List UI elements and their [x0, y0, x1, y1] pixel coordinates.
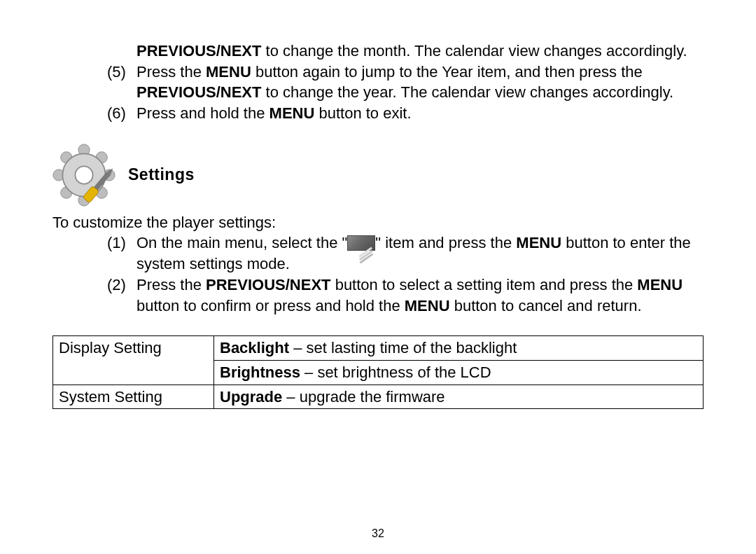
cell-upgrade: Upgrade – upgrade the firmware	[214, 385, 704, 409]
table-row: Display Setting Backlight – set lasting …	[53, 336, 704, 361]
page-number: 32	[0, 526, 756, 541]
cell-backlight: Backlight – set lasting time of the back…	[214, 336, 704, 361]
list-number: (2)	[107, 275, 136, 296]
text: button to confirm or press and hold the	[136, 297, 405, 314]
section-header-settings: Settings	[52, 144, 704, 207]
text: Press the	[136, 276, 206, 293]
text: button to cancel and return.	[450, 297, 642, 314]
text: button again to jump to the Year item, a…	[251, 63, 643, 81]
list-item-6: (6) Press and hold the MENU button to ex…	[107, 103, 704, 124]
text: to change the year. The calendar view ch…	[261, 83, 673, 101]
list-body: On the main menu, select the "" item and…	[136, 233, 704, 274]
text: to change the month. The calendar view c…	[261, 42, 687, 60]
cell-display-setting: Display Setting	[53, 336, 214, 385]
settings-inline-icon	[347, 235, 375, 251]
label-menu: MENU	[516, 234, 561, 251]
continued-paragraph: PREVIOUS/NEXT to change the month. The c…	[136, 41, 704, 62]
text: Press and hold the	[136, 104, 270, 122]
cell-system-setting: System Setting	[53, 385, 214, 409]
svg-point-9	[75, 166, 92, 183]
label-menu: MENU	[270, 104, 315, 122]
list-number: (5)	[107, 62, 136, 83]
label-menu: MENU	[637, 276, 682, 293]
table-row: System Setting Upgrade – upgrade the fir…	[53, 385, 704, 409]
text: – set brightness of the LCD	[300, 363, 491, 381]
list-body: Press and hold the MENU button to exit.	[136, 103, 704, 124]
list-item-5: (5) Press the MENU button again to jump …	[107, 62, 704, 103]
text: – upgrade the firmware	[282, 388, 444, 406]
list-body: Press the MENU button again to jump to t…	[136, 62, 704, 103]
text: button to exit.	[314, 104, 411, 122]
list-body: Press the PREVIOUS/NEXT button to select…	[136, 275, 704, 316]
text: – set lasting time of the backlight	[289, 339, 517, 356]
label-menu: MENU	[206, 63, 251, 81]
list-number: (6)	[107, 103, 136, 124]
list-number: (1)	[107, 233, 136, 254]
label-previous-next: PREVIOUS/NEXT	[136, 83, 261, 101]
text: button to select a setting item and pres…	[331, 276, 638, 293]
label-upgrade: Upgrade	[220, 388, 282, 406]
gear-icon	[52, 144, 115, 207]
settings-step-1: (1) On the main menu, select the "" item…	[107, 233, 704, 274]
settings-table: Display Setting Backlight – set lasting …	[52, 335, 704, 409]
label-menu: MENU	[405, 297, 450, 314]
text: Press the	[136, 63, 206, 81]
label-previous-next: PREVIOUS/NEXT	[136, 42, 261, 60]
cell-brightness: Brightness – set brightness of the LCD	[214, 360, 704, 385]
section-title: Settings	[128, 164, 195, 186]
text: " item and press the	[375, 234, 516, 251]
text: On the main menu, select the "	[136, 234, 347, 251]
settings-step-2: (2) Press the PREVIOUS/NEXT button to se…	[107, 275, 704, 316]
label-brightness: Brightness	[220, 363, 300, 381]
label-backlight: Backlight	[220, 339, 289, 356]
settings-intro: To customize the player settings:	[52, 212, 704, 233]
label-previous-next: PREVIOUS/NEXT	[206, 276, 330, 293]
